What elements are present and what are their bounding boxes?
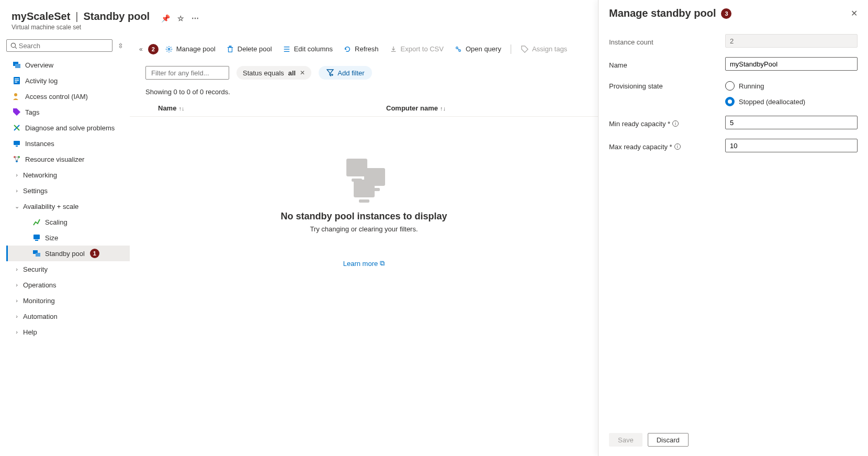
tags-icon: [13, 108, 21, 116]
chevron-right-icon: ›: [13, 313, 21, 319]
nav-label: Networking: [23, 171, 57, 179]
min-ready-label: Min ready capacity * i: [609, 118, 725, 128]
nav-help[interactable]: › Help: [6, 324, 130, 340]
nav-settings[interactable]: › Settings: [6, 183, 130, 198]
records-count-text: Showing 0 to 0 of 0 records.: [130, 82, 598, 101]
svg-rect-24: [228, 47, 232, 52]
nav-diagnose[interactable]: Diagnose and solve problems: [6, 120, 130, 136]
svg-line-17: [15, 157, 17, 161]
chevron-right-icon: ›: [13, 187, 21, 194]
tool-label: Export to CSV: [401, 45, 444, 53]
svg-rect-8: [15, 80, 19, 81]
nav-label: Resource visualizer: [25, 155, 84, 163]
diagnose-icon: [13, 124, 21, 132]
field-filter-input[interactable]: [150, 69, 224, 77]
close-icon[interactable]: ✕: [851, 8, 858, 18]
trash-icon: [226, 45, 234, 53]
toolbar-separator: [511, 45, 511, 54]
add-filter-label: Add filter: [337, 69, 364, 77]
expand-collapse-icon[interactable]: ⇳: [116, 42, 126, 50]
field-filter-box[interactable]: [145, 66, 229, 80]
title-separator: |: [75, 10, 78, 23]
sort-arrow-icon[interactable]: ↑↓: [440, 105, 446, 112]
nav-label: Automation: [23, 313, 58, 320]
prov-running-radio[interactable]: Running: [725, 81, 858, 91]
svg-point-10: [14, 93, 17, 96]
add-filter-button[interactable]: Add filter: [319, 66, 371, 80]
activity-log-icon: [13, 76, 21, 85]
pill-remove-icon[interactable]: ✕: [300, 69, 305, 76]
nav-search-input[interactable]: [18, 41, 109, 50]
nav-scaling[interactable]: Scaling: [6, 214, 130, 230]
col-name-header[interactable]: Name: [158, 104, 176, 112]
svg-rect-12: [16, 146, 18, 147]
nav-instances[interactable]: Instances: [6, 136, 130, 151]
learn-more-link[interactable]: Learn more ⧉: [343, 259, 385, 268]
delete-pool-button[interactable]: Delete pool: [222, 43, 276, 55]
min-ready-input[interactable]: [725, 116, 858, 129]
nav-activity-log[interactable]: Activity log: [6, 73, 130, 88]
nav-size[interactable]: Size: [6, 230, 130, 246]
gear-icon: [165, 45, 173, 53]
nav-operations[interactable]: › Operations: [6, 277, 130, 293]
max-ready-input[interactable]: [725, 139, 858, 152]
name-input[interactable]: [725, 57, 858, 71]
query-icon: [454, 45, 463, 53]
svg-rect-7: [15, 79, 19, 80]
open-query-button[interactable]: Open query: [450, 43, 505, 55]
info-icon[interactable]: i: [672, 120, 679, 127]
refresh-icon: [343, 45, 352, 53]
assign-tags-button: Assign tags: [516, 43, 571, 55]
export-csv-button: Export to CSV: [385, 43, 448, 55]
nav-networking[interactable]: › Networking: [6, 167, 130, 183]
nav-label: Security: [23, 265, 48, 273]
svg-rect-20: [35, 240, 38, 241]
empty-illustration-icon: [339, 159, 389, 203]
nav-label: Scaling: [45, 218, 67, 226]
nav-standby-pool[interactable]: Standby pool 1: [6, 246, 130, 261]
nav-automation[interactable]: › Automation: [6, 308, 130, 324]
pill-prefix: Status equals: [243, 69, 284, 77]
empty-title: No standby pool instances to display: [280, 211, 447, 222]
nav-overview[interactable]: Overview: [6, 57, 130, 73]
radio-label: Running: [739, 82, 764, 90]
nav-monitoring[interactable]: › Monitoring: [6, 293, 130, 308]
nav-resource-visualizer[interactable]: Resource visualizer: [6, 151, 130, 167]
nav-access-control[interactable]: Access control (IAM): [6, 88, 130, 104]
standby-pool-icon: [32, 249, 41, 258]
tool-label: Delete pool: [238, 45, 272, 53]
svg-rect-11: [14, 141, 20, 145]
chevron-down-icon: ⌄: [13, 203, 21, 210]
col-computer-header[interactable]: Computer name: [386, 104, 438, 112]
tag-icon: [521, 45, 529, 53]
nav-label: Size: [45, 234, 58, 242]
instance-count-field: [725, 34, 858, 48]
svg-line-18: [17, 157, 19, 161]
edit-columns-button[interactable]: Edit columns: [278, 43, 337, 55]
discard-button[interactable]: Discard: [648, 433, 689, 447]
nav-label: Diagnose and solve problems: [25, 124, 115, 132]
refresh-button[interactable]: Refresh: [339, 43, 383, 55]
radio-label: Stopped (deallocated): [739, 98, 805, 106]
svg-rect-26: [229, 46, 231, 47]
resource-visualizer-icon: [13, 155, 21, 163]
nav-availability-scale[interactable]: ⌄ Availability + scale: [6, 198, 130, 214]
manage-pool-button[interactable]: Manage pool: [161, 43, 220, 55]
sort-arrow-icon[interactable]: ↑↓: [178, 105, 184, 112]
svg-rect-22: [36, 253, 40, 257]
nav-search-box[interactable]: [6, 39, 112, 52]
prov-stopped-radio[interactable]: Stopped (deallocated): [725, 97, 858, 106]
status-filter-pill[interactable]: Status equals all ✕: [236, 66, 311, 80]
nav-security[interactable]: › Security: [6, 261, 130, 277]
tool-label: Assign tags: [532, 45, 567, 53]
radio-checked-icon: [725, 97, 735, 106]
info-icon[interactable]: i: [674, 143, 681, 150]
pill-value: all: [288, 69, 296, 77]
instances-icon: [13, 139, 21, 148]
collapse-left-icon[interactable]: «: [136, 46, 146, 53]
nav-tags[interactable]: Tags: [6, 104, 130, 120]
instance-count-label: Instance count: [609, 36, 725, 46]
columns-icon: [283, 45, 291, 53]
chevron-right-icon: ›: [13, 266, 21, 272]
nav-label: Standby pool: [45, 250, 85, 258]
